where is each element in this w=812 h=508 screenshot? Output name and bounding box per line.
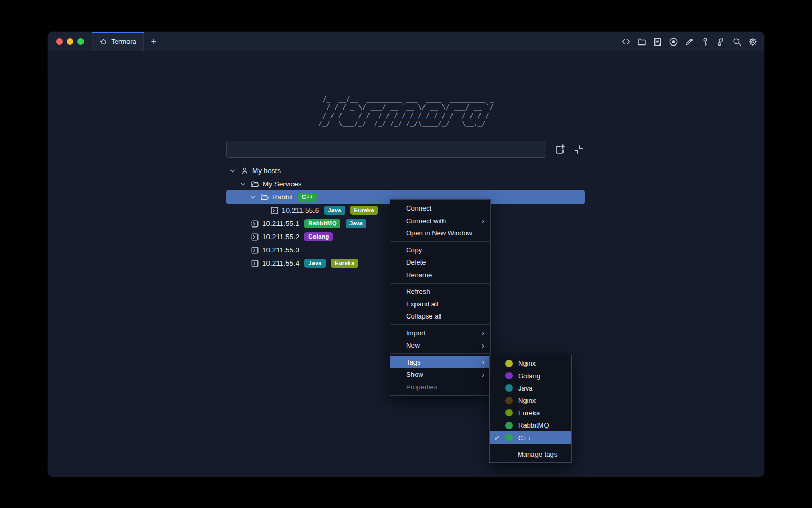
search-icon[interactable] [732,37,742,47]
submenu-item-java[interactable]: Java [490,382,571,394]
record-icon[interactable] [668,37,678,47]
gear-icon[interactable] [748,37,758,47]
submenu-item-label: Eureka [518,409,540,417]
tree-row-label: 10.211.55.3 [262,246,299,254]
submenu-item-label: Golang [518,372,540,380]
log-icon[interactable] [652,37,662,47]
key-icon[interactable] [700,37,710,47]
tag-badge-java: Java [346,219,366,228]
chevron-down-icon[interactable] [239,181,247,187]
chevron-right-icon: › [482,217,484,224]
tag-badge-golang: Golang [304,232,333,241]
tag-badge-cpp: C++ [298,193,317,202]
folder-open-icon [251,179,260,188]
tag-color-dot [505,422,513,429]
menu-item-rename[interactable]: Rename [390,269,490,282]
chevron-down-icon[interactable] [228,168,237,174]
chevron-down-icon[interactable] [248,194,257,201]
menu-item-properties: Properties [390,381,490,394]
tree-row-label: My Services [263,180,302,188]
tree-row-label: 10.211.55.4 [262,259,299,267]
menu-item-show[interactable]: Show › [390,368,490,381]
screen: Termora + [0,0,812,508]
menu-separator [390,241,490,242]
menu-item-collapse-all[interactable]: Collapse all [390,310,490,323]
chevron-right-icon: › [482,342,484,349]
tag-color-dot [505,372,513,379]
tag-color-dot [505,384,513,392]
tree-row-label: 10.211.55.2 [262,233,299,241]
menu-item-delete[interactable]: Delete [390,256,490,269]
terminal-icon [250,233,259,241]
menu-item-new[interactable]: New › [390,339,490,352]
titlebar: Termora + [48,32,764,51]
menu-item-refresh[interactable]: Refresh [390,285,490,298]
edit-icon[interactable] [684,37,694,47]
submenu-item-rabbitmq[interactable]: RabbitMQ [490,419,571,431]
tag-badge-rabbitmq: RabbitMQ [304,219,340,228]
new-tab-button[interactable]: + [144,32,164,51]
chevron-right-icon: › [482,358,484,366]
tag-color-dot [505,434,513,441]
tree-row-label: 10.211.55.1 [262,220,299,228]
code-icon[interactable] [621,37,631,47]
menu-separator [390,324,490,325]
menu-separator [490,446,571,446]
terminal-icon [250,220,259,228]
submenu-item-manage-tags[interactable]: Manage tags [490,448,571,460]
menu-item-connect-with[interactable]: Connect with › [390,215,490,228]
tag-color-dot [505,409,513,416]
tag-badge-eureka: Eureka [331,259,358,268]
menu-item-label: Tags [406,358,420,366]
home-icon [99,38,107,46]
checkmark-icon: ✓ [494,434,505,442]
tree-row-my-services[interactable]: My Services [226,177,585,190]
zoom-button[interactable] [77,38,84,45]
menu-item-expand-all[interactable]: Expand all [390,298,490,311]
submenu-item-golang[interactable]: Golang [490,369,571,382]
submenu-item-label: RabbitMQ [518,421,549,429]
tree-row-label: Rabbit [272,193,293,201]
keychain-icon[interactable] [716,37,726,47]
terminal-icon [270,206,279,215]
submenu-item-cpp[interactable]: ✓ C++ [490,431,571,443]
close-button[interactable] [56,38,63,45]
tab-label: Termora [111,38,136,46]
collapse-all-icon[interactable] [573,144,584,155]
submenu-item-label: C++ [518,434,531,442]
menu-item-copy[interactable]: Copy [390,244,490,257]
submenu-item-nginx[interactable]: Nginx [490,357,571,369]
tag-color-dot [505,360,513,367]
menu-item-label: Show [406,370,423,378]
folder-open-icon [260,193,269,202]
menu-item-label: New [406,341,420,349]
menu-separator [390,283,490,284]
menu-item-connect[interactable]: Connect [390,202,490,215]
add-host-icon[interactable] [554,144,565,155]
tree-row-label: My hosts [252,167,281,175]
search-row [226,141,585,158]
minimize-button[interactable] [67,38,73,45]
tree-row-label: 10.211.55.6 [282,206,319,214]
chevron-right-icon: › [482,329,484,337]
submenu-item-eureka[interactable]: Eureka [490,407,571,419]
tag-badge-java: Java [324,206,345,215]
submenu-item-label: Java [518,384,532,392]
tag-color-dot [505,397,513,404]
ascii-logo: ______ /_ __/__ _________ ___ ____ _____… [48,86,764,128]
menu-item-tags[interactable]: Tags › [390,356,490,369]
ascii-logo-text: ______ /_ __/__ _________ ___ ____ _____… [318,86,493,128]
tag-badge-eureka: Eureka [350,206,378,215]
menu-item-open-in-new-window[interactable]: Open in New Window [390,227,490,240]
submenu-item-nginx-2[interactable]: Nginx [490,394,571,406]
toolbar [621,32,764,51]
user-icon [240,167,249,175]
tab-termora[interactable]: Termora [93,32,144,51]
menu-item-import[interactable]: Import › [390,327,490,340]
window-controls [48,32,93,51]
folder-icon[interactable] [636,37,647,47]
context-menu: Connect Connect with › Open in New Windo… [390,199,491,396]
menu-separator [390,353,490,354]
host-filter-input[interactable] [226,141,546,158]
tree-row-my-hosts[interactable]: My hosts [226,164,585,177]
